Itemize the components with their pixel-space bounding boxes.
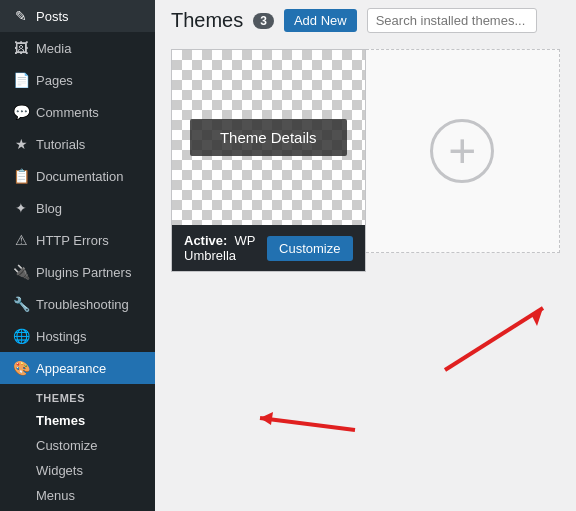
sidebar-item-documentation[interactable]: 📋 Documentation: [0, 160, 155, 192]
sidebar-sub-item-themes[interactable]: Themes: [0, 408, 155, 433]
sidebar-sub-item-widgets[interactable]: Widgets: [0, 458, 155, 483]
sidebar-item-comments[interactable]: 💬 Comments: [0, 96, 155, 128]
active-theme-name: Active: WP Umbrella: [184, 233, 267, 263]
posts-icon: ✎: [12, 8, 30, 24]
sidebar-item-hostings[interactable]: 🌐 Hostings: [0, 320, 155, 352]
svg-line-0: [445, 308, 543, 370]
svg-line-2: [260, 418, 355, 430]
sidebar-item-posts[interactable]: ✎ Posts: [0, 0, 155, 32]
sidebar-sub-item-menus[interactable]: Menus: [0, 483, 155, 508]
sidebar-item-label: Troubleshooting: [36, 297, 129, 312]
arrow-to-customize: [445, 308, 543, 370]
sidebar-item-label: Documentation: [36, 169, 123, 184]
sidebar-item-label: Plugins Partners: [36, 265, 131, 280]
submenu-themes-label: Themes: [36, 413, 85, 428]
arrow-to-sidebar-customize: [260, 412, 355, 430]
sidebar-item-label: Hostings: [36, 329, 87, 344]
svg-marker-1: [531, 308, 543, 326]
sidebar-item-label: Comments: [36, 105, 99, 120]
active-theme-card: Theme Details Active: WP Umbrella Custom…: [171, 49, 366, 272]
active-label: Active:: [184, 233, 227, 248]
sidebar-item-label: Tutorials: [36, 137, 85, 152]
plugins-partners-icon: 🔌: [12, 264, 30, 280]
documentation-icon: 📋: [12, 168, 30, 184]
blog-icon: ✦: [12, 200, 30, 216]
add-theme-card[interactable]: +: [366, 49, 561, 253]
main-header: Themes 3 Add New: [155, 0, 576, 41]
customize-button[interactable]: Customize: [267, 236, 352, 261]
themes-count-badge: 3: [253, 13, 274, 29]
submenu-section-title: Themes: [0, 384, 155, 408]
sidebar-submenu-appearance: Themes Themes Customize Widgets Menus Th…: [0, 384, 155, 511]
theme-details-button[interactable]: Theme Details: [190, 119, 347, 156]
active-theme-footer: Active: WP Umbrella Customize: [172, 225, 365, 271]
sidebar-item-label: HTTP Errors: [36, 233, 109, 248]
sidebar-item-label: Pages: [36, 73, 73, 88]
page-title: Themes: [171, 9, 243, 32]
sidebar-item-blog[interactable]: ✦ Blog: [0, 192, 155, 224]
sidebar-item-plugins-partners[interactable]: 🔌 Plugins Partners: [0, 256, 155, 288]
sidebar-item-pages[interactable]: 📄 Pages: [0, 64, 155, 96]
svg-marker-3: [260, 412, 273, 425]
media-icon: 🖼: [12, 40, 30, 56]
sidebar-item-label: Blog: [36, 201, 62, 216]
sidebar-item-troubleshooting[interactable]: 🔧 Troubleshooting: [0, 288, 155, 320]
troubleshooting-icon: 🔧: [12, 296, 30, 312]
hostings-icon: 🌐: [12, 328, 30, 344]
submenu-customize-label: Customize: [36, 438, 97, 453]
sidebar-item-label: Posts: [36, 9, 69, 24]
tutorials-icon: ★: [12, 136, 30, 152]
http-errors-icon: ⚠: [12, 232, 30, 248]
add-new-button[interactable]: Add New: [284, 9, 357, 32]
search-input[interactable]: [367, 8, 537, 33]
sidebar-item-label: Media: [36, 41, 71, 56]
add-theme-icon: +: [430, 119, 494, 183]
sidebar-item-media[interactable]: 🖼 Media: [0, 32, 155, 64]
sidebar: ✎ Posts 🖼 Media 📄 Pages 💬 Comments ★ Tut…: [0, 0, 155, 511]
theme-preview: Theme Details: [172, 50, 365, 225]
sidebar-item-label: Appearance: [36, 361, 106, 376]
submenu-menus-label: Menus: [36, 488, 75, 503]
main-content: Themes 3 Add New Theme Details Active: W…: [155, 0, 576, 511]
submenu-widgets-label: Widgets: [36, 463, 83, 478]
sidebar-item-tutorials[interactable]: ★ Tutorials: [0, 128, 155, 160]
pages-icon: 📄: [12, 72, 30, 88]
appearance-icon: 🎨: [12, 360, 30, 376]
theme-grid: Theme Details Active: WP Umbrella Custom…: [155, 41, 576, 280]
sidebar-item-appearance[interactable]: 🎨 Appearance: [0, 352, 155, 384]
sidebar-item-http-errors[interactable]: ⚠ HTTP Errors: [0, 224, 155, 256]
sidebar-sub-item-customize[interactable]: Customize: [0, 433, 155, 458]
comments-icon: 💬: [12, 104, 30, 120]
